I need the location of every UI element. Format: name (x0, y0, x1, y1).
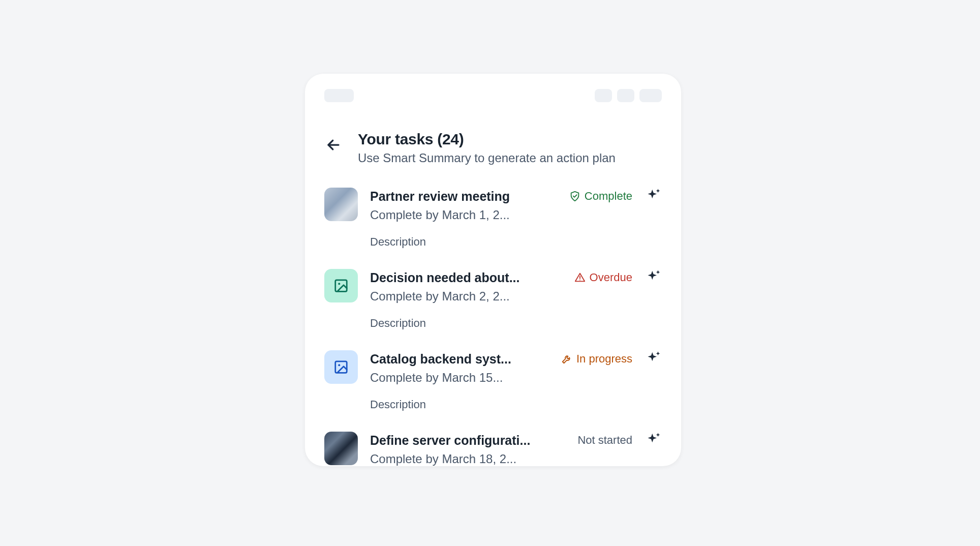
wrench-icon (561, 353, 572, 365)
task-description: Description (370, 398, 662, 411)
task-title: Catalog backend syst... (370, 352, 511, 367)
smart-summary-button[interactable] (647, 188, 662, 205)
task-title: Partner review meeting (370, 189, 510, 204)
image-icon (333, 359, 349, 375)
smart-summary-button[interactable] (647, 350, 662, 368)
task-title: Decision needed about... (370, 270, 520, 285)
status-text: Not started (577, 434, 632, 447)
task-item[interactable]: Decision needed about... Overdue (324, 269, 662, 330)
sparkle-icon (647, 269, 662, 284)
task-body: Partner review meeting Complete Complete… (370, 188, 662, 249)
status-text: In progress (576, 352, 632, 366)
task-description: Description (370, 235, 662, 249)
task-item[interactable]: Define server configurati... Not started… (324, 432, 662, 466)
statusbar-wifi-placeholder (617, 89, 634, 102)
page-title: Your tasks (24) (358, 131, 616, 148)
task-thumbnail (324, 432, 358, 465)
statusbar-time-placeholder (324, 89, 354, 102)
statusbar-left (324, 89, 354, 102)
task-body: Define server configurati... Not started… (370, 432, 662, 466)
status-badge: Not started (577, 434, 632, 447)
status-badge: Overdue (574, 271, 632, 284)
statusbar-signal-placeholder (595, 89, 612, 102)
status-bar (324, 89, 662, 102)
task-body: Catalog backend syst... In progress Comp… (370, 350, 662, 411)
statusbar-battery-placeholder (639, 89, 662, 102)
task-thumbnail (324, 188, 358, 221)
alert-triangle-icon (574, 272, 586, 283)
task-due: Complete by March 1, 2... (370, 208, 662, 222)
sparkle-icon (647, 350, 662, 366)
task-item[interactable]: Partner review meeting Complete Complete… (324, 188, 662, 249)
svg-point-4 (579, 280, 580, 281)
task-description: Description (370, 317, 662, 330)
page-header: Your tasks (24) Use Smart Summary to gen… (324, 131, 662, 165)
image-icon (333, 278, 349, 293)
header-text: Your tasks (24) Use Smart Summary to gen… (358, 131, 616, 165)
svg-point-6 (338, 364, 340, 366)
task-body: Decision needed about... Overdue (370, 269, 662, 330)
tasks-card: Your tasks (24) Use Smart Summary to gen… (305, 74, 681, 466)
statusbar-right (595, 89, 662, 102)
svg-point-2 (338, 283, 340, 285)
task-due: Complete by March 15... (370, 371, 662, 385)
task-due: Complete by March 2, 2... (370, 289, 662, 304)
task-thumbnail (324, 269, 358, 302)
arrow-left-icon (326, 137, 341, 153)
sparkle-icon (647, 188, 662, 203)
task-thumbnail (324, 350, 358, 384)
sparkle-icon (647, 432, 662, 447)
shield-check-icon (569, 191, 580, 202)
status-text: Complete (585, 190, 632, 203)
status-text: Overdue (590, 271, 632, 284)
smart-summary-button[interactable] (647, 269, 662, 286)
task-title: Define server configurati... (370, 433, 530, 448)
smart-summary-button[interactable] (647, 432, 662, 449)
back-button[interactable] (324, 136, 343, 154)
status-badge: In progress (561, 352, 632, 366)
page-subtitle: Use Smart Summary to generate an action … (358, 151, 616, 165)
task-item[interactable]: Catalog backend syst... In progress Comp… (324, 350, 662, 411)
status-badge: Complete (569, 190, 632, 203)
task-due: Complete by March 18, 2... (370, 452, 662, 466)
